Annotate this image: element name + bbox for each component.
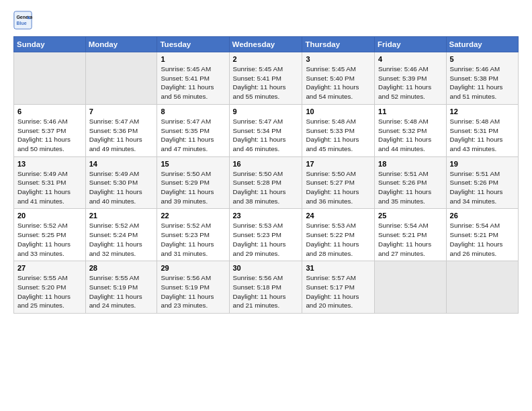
calendar-cell: 4Sunrise: 5:46 AM Sunset: 5:39 PM Daylig… (375, 52, 446, 105)
weekday-header-tuesday: Tuesday (157, 37, 229, 52)
calendar-cell: 13Sunrise: 5:49 AM Sunset: 5:31 PM Dayli… (14, 156, 86, 209)
calendar-cell: 26Sunrise: 5:54 AM Sunset: 5:21 PM Dayli… (446, 209, 518, 261)
day-number: 25 (378, 212, 442, 220)
calendar-cell: 12Sunrise: 5:48 AM Sunset: 5:31 PM Dayli… (446, 104, 518, 156)
calendar-cell (375, 261, 446, 314)
svg-text:Blue: Blue (16, 21, 26, 26)
day-info: Sunrise: 5:47 AM Sunset: 5:34 PM Dayligh… (233, 117, 299, 154)
header: General Blue (13, 11, 519, 30)
weekday-header-saturday: Saturday (446, 37, 518, 52)
day-info: Sunrise: 5:54 AM Sunset: 5:21 PM Dayligh… (450, 221, 515, 258)
day-info: Sunrise: 5:54 AM Sunset: 5:21 PM Dayligh… (378, 221, 442, 258)
calendar-cell: 28Sunrise: 5:55 AM Sunset: 5:19 PM Dayli… (85, 261, 157, 314)
calendar-cell: 21Sunrise: 5:52 AM Sunset: 5:24 PM Dayli… (85, 209, 157, 261)
day-info: Sunrise: 5:45 AM Sunset: 5:40 PM Dayligh… (306, 64, 371, 101)
week-row-5: 27Sunrise: 5:55 AM Sunset: 5:20 PM Dayli… (14, 261, 519, 314)
day-info: Sunrise: 5:46 AM Sunset: 5:37 PM Dayligh… (17, 117, 82, 154)
day-info: Sunrise: 5:47 AM Sunset: 5:36 PM Dayligh… (89, 117, 154, 154)
calendar-cell: 6Sunrise: 5:46 AM Sunset: 5:37 PM Daylig… (14, 104, 86, 156)
day-info: Sunrise: 5:48 AM Sunset: 5:33 PM Dayligh… (306, 117, 371, 154)
calendar-cell: 15Sunrise: 5:50 AM Sunset: 5:29 PM Dayli… (157, 156, 229, 209)
week-row-1: 1Sunrise: 5:45 AM Sunset: 5:41 PM Daylig… (14, 52, 519, 105)
calendar-cell: 23Sunrise: 5:53 AM Sunset: 5:23 PM Dayli… (229, 209, 302, 261)
calendar-cell: 7Sunrise: 5:47 AM Sunset: 5:36 PM Daylig… (85, 104, 157, 156)
day-info: Sunrise: 5:45 AM Sunset: 5:41 PM Dayligh… (161, 64, 225, 101)
day-number: 6 (17, 107, 82, 116)
day-number: 15 (161, 160, 225, 168)
logo: General Blue (13, 11, 32, 30)
calendar-cell: 19Sunrise: 5:51 AM Sunset: 5:26 PM Dayli… (446, 156, 518, 209)
calendar-cell: 1Sunrise: 5:45 AM Sunset: 5:41 PM Daylig… (157, 52, 229, 105)
day-info: Sunrise: 5:56 AM Sunset: 5:19 PM Dayligh… (161, 273, 225, 310)
day-info: Sunrise: 5:55 AM Sunset: 5:19 PM Dayligh… (89, 273, 154, 310)
calendar-cell: 29Sunrise: 5:56 AM Sunset: 5:19 PM Dayli… (157, 261, 229, 314)
day-info: Sunrise: 5:50 AM Sunset: 5:28 PM Dayligh… (233, 169, 299, 206)
calendar-cell: 3Sunrise: 5:45 AM Sunset: 5:40 PM Daylig… (302, 52, 375, 105)
day-number: 8 (161, 107, 225, 116)
calendar-cell: 16Sunrise: 5:50 AM Sunset: 5:28 PM Dayli… (229, 156, 302, 209)
day-info: Sunrise: 5:55 AM Sunset: 5:20 PM Dayligh… (17, 273, 82, 310)
calendar-cell: 11Sunrise: 5:48 AM Sunset: 5:32 PM Dayli… (375, 104, 446, 156)
calendar-cell: 14Sunrise: 5:49 AM Sunset: 5:30 PM Dayli… (85, 156, 157, 209)
calendar-cell: 10Sunrise: 5:48 AM Sunset: 5:33 PM Dayli… (302, 104, 375, 156)
day-number: 1 (161, 55, 225, 63)
day-number: 21 (89, 212, 154, 220)
calendar-cell: 27Sunrise: 5:55 AM Sunset: 5:20 PM Dayli… (14, 261, 86, 314)
day-info: Sunrise: 5:52 AM Sunset: 5:23 PM Dayligh… (161, 221, 225, 258)
svg-rect-0 (14, 11, 32, 29)
day-number: 16 (233, 160, 299, 168)
day-number: 13 (17, 160, 82, 168)
day-number: 24 (306, 212, 371, 220)
logo-icon: General Blue (13, 11, 32, 30)
calendar-cell (446, 261, 518, 314)
day-number: 4 (378, 55, 442, 63)
day-info: Sunrise: 5:46 AM Sunset: 5:38 PM Dayligh… (450, 64, 515, 101)
day-info: Sunrise: 5:46 AM Sunset: 5:39 PM Dayligh… (378, 64, 442, 101)
day-number: 28 (89, 264, 154, 272)
day-info: Sunrise: 5:56 AM Sunset: 5:18 PM Dayligh… (233, 273, 299, 310)
day-info: Sunrise: 5:53 AM Sunset: 5:22 PM Dayligh… (306, 221, 371, 258)
calendar-cell (14, 52, 86, 105)
day-number: 23 (233, 212, 299, 220)
day-info: Sunrise: 5:52 AM Sunset: 5:24 PM Dayligh… (89, 221, 154, 258)
day-info: Sunrise: 5:47 AM Sunset: 5:35 PM Dayligh… (161, 117, 225, 154)
day-number: 18 (378, 160, 442, 168)
day-number: 31 (306, 264, 371, 272)
day-number: 3 (306, 55, 371, 63)
weekday-header-thursday: Thursday (302, 37, 375, 52)
week-row-2: 6Sunrise: 5:46 AM Sunset: 5:37 PM Daylig… (14, 104, 519, 156)
day-number: 12 (450, 107, 515, 116)
calendar-cell (85, 52, 157, 105)
calendar-cell: 9Sunrise: 5:47 AM Sunset: 5:34 PM Daylig… (229, 104, 302, 156)
day-info: Sunrise: 5:49 AM Sunset: 5:31 PM Dayligh… (17, 169, 82, 206)
calendar-cell: 25Sunrise: 5:54 AM Sunset: 5:21 PM Dayli… (375, 209, 446, 261)
day-number: 27 (17, 264, 82, 272)
calendar-cell: 2Sunrise: 5:45 AM Sunset: 5:41 PM Daylig… (229, 52, 302, 105)
calendar-cell: 20Sunrise: 5:52 AM Sunset: 5:25 PM Dayli… (14, 209, 86, 261)
weekday-header-sunday: Sunday (14, 37, 86, 52)
day-info: Sunrise: 5:50 AM Sunset: 5:27 PM Dayligh… (306, 169, 371, 206)
calendar-cell: 22Sunrise: 5:52 AM Sunset: 5:23 PM Dayli… (157, 209, 229, 261)
day-info: Sunrise: 5:48 AM Sunset: 5:32 PM Dayligh… (378, 117, 442, 154)
calendar-cell: 17Sunrise: 5:50 AM Sunset: 5:27 PM Dayli… (302, 156, 375, 209)
calendar-cell: 31Sunrise: 5:57 AM Sunset: 5:17 PM Dayli… (302, 261, 375, 314)
day-info: Sunrise: 5:45 AM Sunset: 5:41 PM Dayligh… (233, 64, 299, 101)
calendar-cell: 5Sunrise: 5:46 AM Sunset: 5:38 PM Daylig… (446, 52, 518, 105)
calendar-table: SundayMondayTuesdayWednesdayThursdayFrid… (13, 36, 519, 314)
weekday-header-wednesday: Wednesday (229, 37, 302, 52)
week-row-4: 20Sunrise: 5:52 AM Sunset: 5:25 PM Dayli… (14, 209, 519, 261)
calendar-page: General Blue SundayMondayTuesdayWednesda… (0, 0, 532, 411)
day-info: Sunrise: 5:50 AM Sunset: 5:29 PM Dayligh… (161, 169, 225, 206)
day-number: 7 (89, 107, 154, 116)
calendar-cell: 8Sunrise: 5:47 AM Sunset: 5:35 PM Daylig… (157, 104, 229, 156)
day-number: 17 (306, 160, 371, 168)
day-number: 10 (306, 107, 371, 116)
day-number: 22 (161, 212, 225, 220)
day-info: Sunrise: 5:51 AM Sunset: 5:26 PM Dayligh… (378, 169, 442, 206)
day-number: 29 (161, 264, 225, 272)
day-info: Sunrise: 5:52 AM Sunset: 5:25 PM Dayligh… (17, 221, 82, 258)
day-number: 20 (17, 212, 82, 220)
day-number: 26 (450, 212, 515, 220)
day-number: 30 (233, 264, 299, 272)
day-number: 14 (89, 160, 154, 168)
